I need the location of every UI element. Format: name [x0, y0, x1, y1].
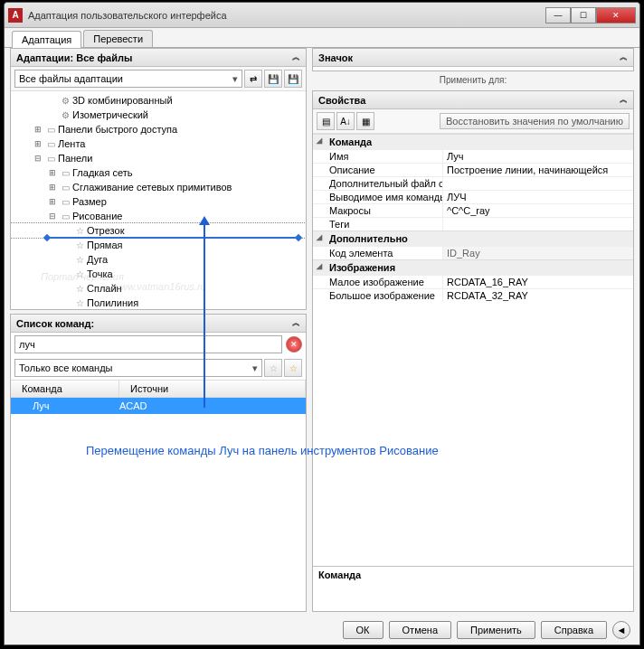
titlebar: A Адаптация пользовательского интерфейса… — [5, 3, 639, 28]
tab-adaptation[interactable]: Адаптация — [12, 31, 81, 48]
app-icon: A — [8, 8, 23, 23]
clear-search-icon[interactable]: ✕ — [286, 336, 302, 353]
help-button[interactable]: Справка — [541, 621, 607, 639]
transfer-icon[interactable]: ⇄ — [244, 70, 262, 88]
apply-button[interactable]: Применить — [457, 621, 535, 639]
favorite-icon[interactable]: ☆ — [264, 359, 282, 377]
save-as-icon[interactable]: 💾 — [284, 70, 302, 88]
maximize-button[interactable]: ☐ — [571, 7, 596, 24]
commandlist-header: Список команд: — [16, 318, 94, 329]
command-list-header: Команда Источни — [11, 380, 306, 398]
minimize-button[interactable]: — — [545, 7, 571, 24]
command-filter-combo[interactable]: Только все команды — [14, 359, 262, 377]
collapse-icon[interactable]: ︽ — [620, 94, 628, 106]
close-button[interactable]: ✕ — [596, 7, 636, 24]
property-description: Команда — [313, 566, 633, 611]
tree-item-segment[interactable]: ☆Отрезок — [11, 223, 306, 238]
icon-panel-header: Значок — [318, 52, 353, 63]
tab-strip: Адаптация Перевести — [5, 28, 639, 48]
property-grid[interactable]: Команда ИмяЛуч ОписаниеПостроение линии,… — [313, 134, 633, 566]
restore-defaults-button[interactable]: Восстановить значения по умолчанию — [440, 113, 630, 129]
command-search-input[interactable] — [14, 335, 282, 353]
adaptations-header: Адаптации: Все файлы — [16, 52, 132, 63]
save-icon[interactable]: 💾 — [264, 70, 282, 88]
adaptation-files-combo[interactable]: Все файлы адаптации — [14, 70, 242, 88]
props-icon[interactable]: ▦ — [356, 112, 374, 130]
drop-indicator — [47, 237, 298, 239]
collapse-icon[interactable]: ︽ — [292, 317, 300, 329]
collapse-icon[interactable]: ︽ — [620, 52, 628, 63]
customization-tree[interactable]: ⚙3D комбинированный ⚙Изометрический ⊞▭Па… — [11, 91, 306, 309]
properties-header: Свойства — [318, 95, 365, 106]
ok-button[interactable]: ОК — [343, 621, 384, 639]
window-title: Адаптация пользовательского интерфейса — [28, 10, 545, 21]
apply-for-label: Применить для: — [312, 75, 634, 87]
collapse-icon[interactable]: ︽ — [292, 52, 300, 63]
cancel-button[interactable]: Отмена — [389, 621, 451, 639]
list-item[interactable]: Луч ACAD — [11, 398, 306, 414]
tab-translate[interactable]: Перевести — [83, 30, 153, 47]
favorite-add-icon[interactable]: ☆ — [284, 359, 302, 377]
context-help-icon[interactable]: ◄ — [612, 621, 630, 639]
command-list[interactable]: Луч ACAD — [11, 398, 306, 611]
categorize-icon[interactable]: ▤ — [317, 112, 335, 130]
sort-icon[interactable]: A↓ — [336, 112, 355, 130]
